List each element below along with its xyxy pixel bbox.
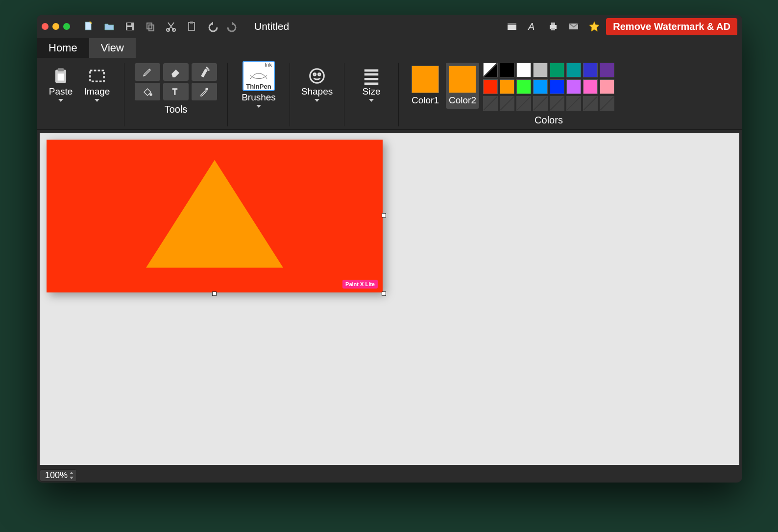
separator <box>227 63 228 126</box>
palette-swatch[interactable] <box>583 79 598 94</box>
color-palette <box>483 63 614 111</box>
tools-caption: Tools <box>134 104 218 115</box>
color2-swatch <box>449 66 476 93</box>
resize-handle-bottom[interactable] <box>212 291 217 296</box>
undo-button[interactable] <box>203 19 221 34</box>
palette-swatch[interactable] <box>483 96 498 111</box>
eraser-tool[interactable] <box>163 63 189 81</box>
color1-label: Color1 <box>412 95 439 106</box>
palette-swatch[interactable] <box>600 79 614 94</box>
size-button[interactable]: Size <box>354 63 389 106</box>
palette-swatch[interactable] <box>600 96 614 111</box>
fill-tool[interactable] <box>134 82 161 101</box>
tools-group: T Tools <box>131 63 220 115</box>
maximize-window-button[interactable] <box>63 23 70 30</box>
new-file-button[interactable] <box>80 19 97 34</box>
palette-swatch[interactable] <box>566 79 581 94</box>
app-window: Untitled A Remove Watermark & AD Home Vi… <box>37 15 742 483</box>
triangle-shape[interactable] <box>146 160 283 268</box>
redo-button[interactable] <box>224 19 242 34</box>
svg-rect-15 <box>551 28 555 30</box>
svg-point-22 <box>208 70 209 71</box>
tab-view[interactable]: View <box>89 38 136 58</box>
palette-swatch[interactable] <box>516 79 531 94</box>
copy-button[interactable] <box>142 19 159 34</box>
status-bar: 100% <box>37 468 742 483</box>
spray-tool[interactable] <box>191 63 218 81</box>
cut-button[interactable] <box>162 19 180 34</box>
palette-swatch[interactable] <box>600 63 614 77</box>
shapes-label: Shapes <box>301 86 333 97</box>
brushes-label: Brushes <box>242 92 276 103</box>
palette-swatch[interactable] <box>550 79 564 94</box>
document-title: Untitled <box>254 21 289 32</box>
resize-handle-right[interactable] <box>382 213 386 218</box>
size-label: Size <box>363 86 381 97</box>
size-group: Size <box>351 63 391 106</box>
palette-swatch[interactable] <box>566 96 581 111</box>
svg-point-24 <box>150 94 152 96</box>
image-button[interactable]: Image <box>80 63 114 106</box>
close-window-button[interactable] <box>42 23 49 30</box>
palette-swatch[interactable] <box>533 79 548 94</box>
palette-swatch[interactable] <box>516 63 531 77</box>
palette-swatch[interactable] <box>533 63 548 77</box>
tab-home[interactable]: Home <box>37 38 89 58</box>
brush-preview: Ink ThinPen <box>243 61 275 91</box>
image-label: Image <box>84 86 110 97</box>
resize-handle-corner[interactable] <box>382 291 386 296</box>
eyedropper-tool[interactable] <box>191 82 218 101</box>
palette-swatch[interactable] <box>533 96 548 111</box>
text-tool[interactable]: T <box>163 82 189 101</box>
pencil-tool[interactable] <box>134 63 161 81</box>
svg-point-26 <box>206 88 208 90</box>
brushes-button[interactable]: Ink ThinPen Brushes <box>238 63 280 106</box>
palette-swatch[interactable] <box>500 63 514 77</box>
brush-ink-label: Ink <box>265 62 272 68</box>
svg-rect-2 <box>127 23 131 25</box>
save-button[interactable] <box>121 19 139 34</box>
paste-toolbar-button[interactable] <box>183 19 200 34</box>
color1-swatch <box>412 66 439 93</box>
palette-swatch[interactable] <box>566 63 581 77</box>
print-icon[interactable] <box>544 19 562 34</box>
svg-point-29 <box>318 73 320 75</box>
star-icon[interactable] <box>585 19 603 34</box>
mail-icon[interactable] <box>565 19 583 34</box>
svg-text:T: T <box>172 88 177 96</box>
color2-button[interactable]: Color2 <box>446 63 479 109</box>
palette-swatch[interactable] <box>550 63 564 77</box>
window-icon[interactable] <box>503 19 521 34</box>
colors-caption: Colors <box>483 115 614 126</box>
svg-rect-14 <box>551 23 555 25</box>
brushes-group: Ink ThinPen Brushes <box>235 63 283 106</box>
svg-point-28 <box>314 73 316 75</box>
palette-swatch[interactable] <box>500 79 514 94</box>
remove-watermark-button[interactable]: Remove Watermark & AD <box>606 18 737 35</box>
svg-rect-8 <box>189 23 194 30</box>
color1-button[interactable]: Color1 <box>409 63 442 109</box>
palette-swatch[interactable] <box>550 96 564 111</box>
zoom-value: 100% <box>45 470 68 480</box>
paste-button[interactable]: Paste <box>44 63 78 106</box>
watermark-badge: Paint X Lite <box>342 280 378 289</box>
open-file-button[interactable] <box>100 19 118 34</box>
palette-swatch[interactable] <box>516 96 531 111</box>
window-controls <box>42 23 70 30</box>
palette-swatch[interactable] <box>583 96 598 111</box>
palette-swatch[interactable] <box>483 79 498 94</box>
separator <box>398 63 399 126</box>
font-icon[interactable]: A <box>524 19 541 34</box>
canvas[interactable]: Paint X Lite <box>47 140 383 292</box>
zoom-stepper[interactable]: 100% <box>40 469 77 482</box>
palette-swatch[interactable] <box>583 63 598 77</box>
clipboard-group: Paste Image <box>41 63 117 106</box>
canvas-workarea[interactable]: Paint X Lite <box>40 133 739 465</box>
palette-swatch[interactable] <box>500 96 514 111</box>
svg-rect-3 <box>127 27 132 30</box>
palette-swatch[interactable] <box>483 63 498 77</box>
shapes-button[interactable]: Shapes <box>300 63 334 106</box>
minimize-window-button[interactable] <box>52 23 59 30</box>
svg-rect-18 <box>58 68 64 71</box>
ribbon-tabs: Home View <box>37 38 742 58</box>
